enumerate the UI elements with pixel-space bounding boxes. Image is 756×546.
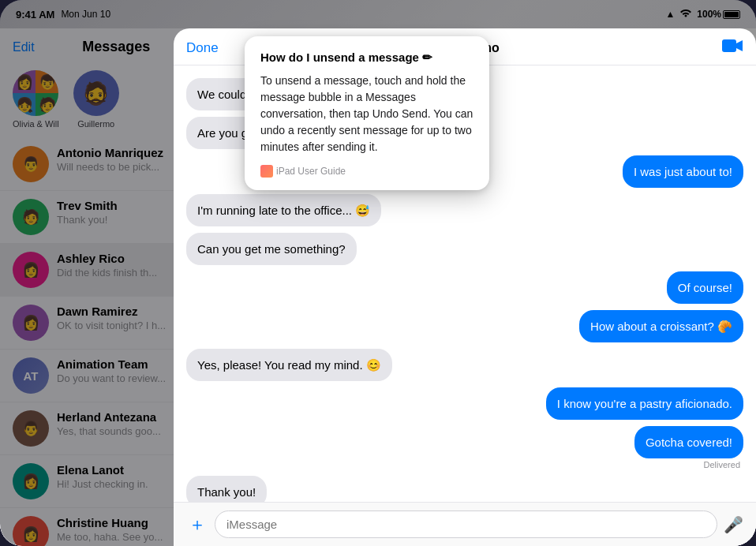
tooltip-source: iPad User Guide	[260, 165, 473, 178]
svg-marker-4	[736, 40, 743, 51]
signal-icon: ▲	[665, 9, 675, 20]
battery-icon: 100%	[697, 9, 740, 20]
modal-video-button[interactable]	[721, 38, 743, 58]
modal-msg-6: Of course!	[186, 271, 743, 304]
svg-rect-3	[722, 39, 736, 52]
modal-msg-9: I know you're a pastry aficionado.	[186, 387, 743, 420]
tooltip-body: To unsend a message, touch and hold the …	[260, 73, 473, 155]
status-date: Mon Jun 10	[61, 9, 110, 20]
wifi-icon	[679, 9, 692, 21]
modal-delivered-status: Delivered	[704, 460, 743, 469]
modal-input-bar: ＋ 🎤	[174, 502, 756, 546]
modal-msg-10: Gotcha covered! Delivered	[186, 426, 743, 469]
modal-msg-8: Yes, please! You read my mind. 😊	[186, 349, 743, 381]
ipad-guide-icon	[260, 165, 273, 178]
tooltip-title: How do I unsend a message ✏	[260, 50, 473, 65]
modal-mic-button[interactable]: 🎤	[724, 515, 743, 534]
modal-msg-4: I'm running late to the office... 😅	[186, 194, 743, 226]
modal-message-input[interactable]	[215, 510, 717, 538]
done-button[interactable]: Done	[186, 40, 219, 56]
tooltip-popup: How do I unsend a message ✏ To unsend a …	[245, 36, 489, 190]
status-indicators: ▲ 100%	[665, 9, 740, 21]
modal-msg-11: Thank you!	[186, 476, 743, 502]
status-bar: 9:41 AM Mon Jun 10 ▲ 100%	[0, 0, 756, 28]
modal-msg-5: Can you get me something?	[186, 233, 743, 265]
status-time: 9:41 AM	[16, 9, 54, 21]
ipad-frame: 9:41 AM Mon Jun 10 ▲ 100% Edit Messages	[0, 0, 756, 546]
tooltip-source-label: iPad User Guide	[276, 166, 346, 177]
modal-msg-7: How about a croissant? 🥐	[186, 310, 743, 342]
modal-plus-button[interactable]: ＋	[186, 514, 208, 536]
